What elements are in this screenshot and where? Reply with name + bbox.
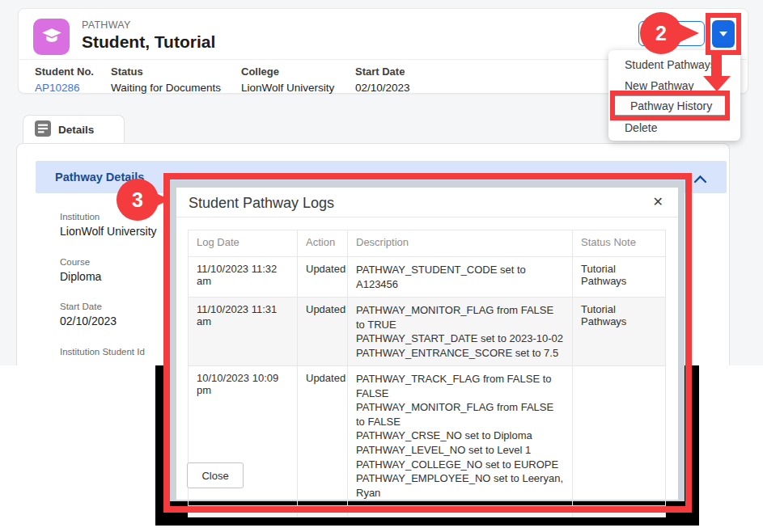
field-student-no: Student No. AP10286	[35, 65, 94, 94]
field-start-date: Start Date 02/10/2023	[355, 65, 410, 94]
field-college: College LionWolf University	[241, 65, 334, 94]
tab-label: Details	[58, 124, 94, 136]
field-label: Start Date	[355, 65, 410, 78]
record-type-label: PATHWAY	[82, 19, 131, 31]
detail-field-course: Course Diploma	[60, 257, 101, 283]
annotation-arrow-down-icon	[703, 76, 731, 91]
detail-field-start-date: Start Date 02/10/2023	[60, 302, 117, 327]
chevron-up-icon[interactable]	[693, 172, 707, 187]
page-title: Student, Tutorial	[82, 32, 215, 52]
detail-label: Course	[60, 257, 101, 267]
field-value: 02/10/2023	[355, 82, 410, 94]
annotation-rect-modal	[163, 173, 692, 513]
field-value: Waiting for Documents	[111, 82, 221, 94]
tab-details[interactable]: Details	[23, 115, 125, 144]
annotation-balloon-2-tail	[676, 23, 699, 44]
field-label: College	[241, 65, 334, 78]
annotation-balloon-3-tail	[147, 189, 170, 210]
detail-field-institution-student-id: Institution Student Id	[60, 347, 145, 360]
detail-label: Start Date	[60, 302, 117, 311]
detail-label: Institution Student Id	[60, 347, 145, 357]
annotation-rect-dropdown	[706, 13, 741, 55]
graduation-cap-icon	[40, 24, 64, 50]
screenshot-canvas: PATHWAY Student, Tutorial Student No. AP…	[0, 0, 763, 532]
detail-value: 02/10/2023	[60, 315, 117, 327]
student-no-link[interactable]: AP10286	[35, 82, 94, 94]
details-icon	[35, 120, 51, 140]
pathway-entity-icon	[33, 19, 70, 55]
annotation-arrow-shaft	[711, 52, 722, 77]
field-value: LionWolf University	[241, 82, 334, 94]
field-label: Student No.	[35, 65, 94, 78]
field-label: Status	[111, 65, 221, 78]
detail-value: LionWolf University	[60, 225, 157, 238]
annotation-rect-pathway-history	[610, 91, 730, 120]
field-status: Status Waiting for Documents	[111, 65, 221, 94]
detail-value: Diploma	[60, 270, 101, 283]
